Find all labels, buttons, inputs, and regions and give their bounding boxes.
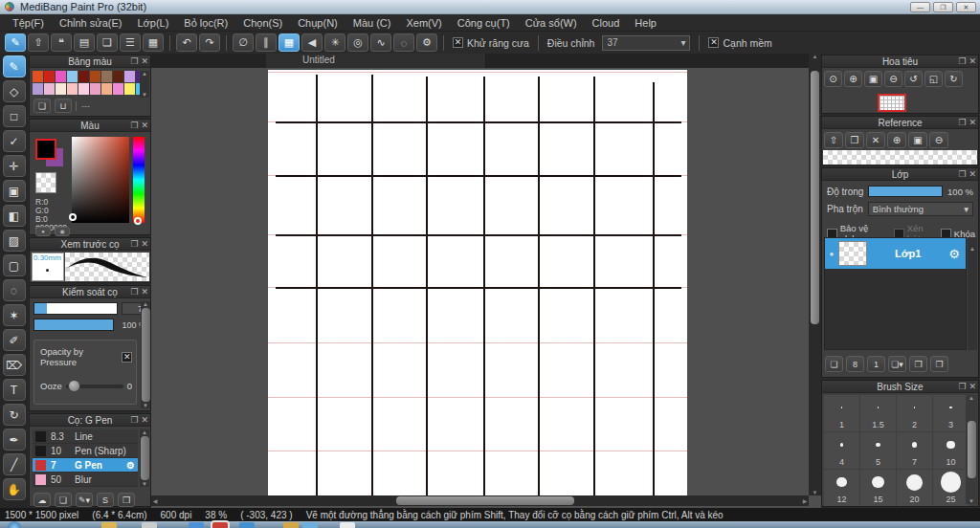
radial-snap-button[interactable]: ✳ — [324, 33, 345, 52]
color-swatch[interactable] — [90, 71, 100, 82]
navigator-thumbnail[interactable] — [878, 94, 906, 112]
layer-visibility-icon[interactable]: ● — [825, 250, 838, 258]
brush-size-cell[interactable]: 10 — [933, 432, 969, 469]
color-swatch[interactable] — [33, 71, 43, 82]
color-swatch[interactable] — [56, 71, 66, 82]
tool-figure[interactable]: □ — [3, 105, 26, 127]
taskbar-icon-7[interactable] — [302, 522, 318, 528]
menu-view[interactable]: Xem(V) — [399, 15, 448, 31]
material-panel-button[interactable]: ☰ — [120, 33, 141, 52]
menu-filter[interactable]: Bỏ lọc(R) — [177, 15, 234, 31]
menu-file[interactable]: Tệp(F) — [6, 15, 51, 31]
ref-zoom-in-button[interactable]: ⊕ — [887, 132, 906, 148]
menu-layer[interactable]: Lớp(L) — [130, 15, 175, 31]
tool-select-rect[interactable]: ▢ — [3, 254, 26, 276]
chat-button[interactable]: ▤ — [74, 33, 95, 52]
antialias-checkbox[interactable]: ✕ Khử răng cưa — [453, 37, 529, 49]
close-icon[interactable]: ✕ — [141, 55, 148, 68]
popout-icon[interactable]: ❐ — [130, 120, 138, 132]
color-panel-header[interactable]: Màu ❐✕ — [30, 120, 150, 132]
ref-clear-button[interactable]: ✕ — [866, 132, 885, 148]
taskbar-icon-2[interactable] — [142, 522, 157, 528]
color-swatch[interactable] — [101, 83, 112, 95]
foreground-color-swatch[interactable] — [35, 139, 56, 160]
layer-scrollbar[interactable]: ▲ — [968, 237, 977, 350]
color-swatch[interactable] — [113, 71, 123, 82]
tool-hand[interactable]: ✋ — [3, 478, 26, 500]
grid-panel-button[interactable]: ▦ — [143, 33, 164, 52]
close-icon[interactable]: ✕ — [969, 381, 976, 393]
color-swatch[interactable] — [56, 83, 66, 95]
color-swatch[interactable] — [44, 83, 55, 95]
grid-snap-button[interactable]: ▦ — [278, 33, 300, 52]
layer-folder-button[interactable]: ❒ — [909, 356, 927, 372]
minimize-button[interactable]: — — [910, 2, 930, 12]
curve-snap-button[interactable]: ∿ — [370, 33, 391, 52]
taskbar-icon-1[interactable] — [101, 522, 117, 528]
restore-button[interactable]: ❐ — [933, 2, 953, 12]
brush-size-scrollbar[interactable]: ▲▼ — [966, 395, 977, 504]
color-swatch[interactable] — [124, 71, 135, 82]
canvas-vertical-scrollbar[interactable]: ▲▼ — [809, 54, 821, 495]
tool-rotate[interactable]: ↻ — [3, 404, 26, 426]
color-swatch[interactable] — [44, 71, 55, 82]
close-button[interactable]: ✕ — [956, 2, 976, 12]
palette-scrollbar[interactable]: ▲▼ — [140, 71, 149, 98]
popout-icon[interactable]: ❐ — [130, 238, 138, 251]
zoom-reset-button[interactable]: ⊙ — [824, 71, 842, 87]
tool-gradient[interactable]: ▨ — [3, 230, 26, 252]
color-mode-button-1[interactable]: ● — [35, 227, 51, 236]
tool-brush[interactable]: ✎ — [3, 55, 26, 77]
new-brush-button[interactable]: ❏ — [55, 493, 72, 507]
pressure-checkbox[interactable]: ✕ — [122, 352, 132, 363]
brush-size-cell[interactable]: 1.5 — [860, 395, 896, 431]
brush-size-cell[interactable]: 2 — [897, 395, 932, 431]
close-icon[interactable]: ✕ — [969, 168, 976, 181]
taskbar-icon-4[interactable] — [212, 522, 228, 528]
color-swatch[interactable] — [78, 71, 89, 82]
brush-size-cell[interactable]: 7 — [897, 432, 932, 469]
brush-folder-button[interactable]: ❒ — [118, 493, 135, 507]
tool-eyedropper[interactable]: ╱ — [3, 453, 26, 475]
tool-pen[interactable]: ✒ — [3, 429, 26, 451]
brush-control-header[interactable]: Kiểm soát cọ ❐✕ — [30, 286, 150, 298]
tool-eraser[interactable]: ◇ — [3, 80, 26, 102]
tool-select-lasso[interactable]: ◌ — [3, 279, 26, 301]
popout-icon[interactable]: ❐ — [130, 55, 138, 68]
document-tab[interactable]: Untitled — [266, 54, 486, 68]
color-swatch[interactable] — [90, 83, 100, 95]
tool-select-eraser[interactable]: ⌦ — [3, 354, 26, 376]
brush-size-cell[interactable]: 4 — [824, 432, 859, 469]
adjust-dropdown[interactable]: 37▾ — [602, 35, 690, 51]
taskbar-icon-5[interactable] — [239, 522, 255, 528]
brush-size-header[interactable]: Brush Size ❐✕ — [822, 381, 978, 393]
ref-import-button[interactable]: ⇧ — [824, 132, 843, 148]
navigator-header[interactable]: Hoa tiêu ❐✕ — [822, 55, 978, 68]
menu-edit[interactable]: Chỉnh sửa(E) — [53, 15, 128, 31]
delete-swatch-button[interactable]: ⊔ — [55, 99, 72, 113]
popout-icon[interactable]: ❐ — [130, 414, 138, 427]
vscroll-thumb[interactable] — [811, 71, 819, 324]
popout-icon[interactable]: ❐ — [958, 381, 966, 393]
popout-icon[interactable]: ❐ — [958, 168, 966, 181]
brush-opacity-slider[interactable] — [33, 319, 114, 331]
brush-list-scrollbar[interactable]: ▲▼ — [140, 429, 149, 487]
brush-list-item[interactable]: 8.3 Line — [33, 429, 138, 444]
brush-list-item[interactable]: 10 Pen (Sharp) — [33, 444, 138, 458]
document-button[interactable]: ❏ — [97, 33, 118, 52]
tool-select-pen[interactable]: ✐ — [3, 329, 26, 351]
brush-control-scrollbar[interactable]: ▲▼ — [141, 301, 150, 408]
start-orb[interactable] — [8, 521, 21, 528]
comment-button[interactable]: ❝ — [51, 33, 72, 52]
reference-header[interactable]: Reference ❐✕ — [822, 117, 978, 129]
brush-size-cell[interactable]: 3 — [933, 395, 969, 431]
ref-fit-button[interactable]: ▣ — [908, 132, 927, 148]
close-icon[interactable]: ✕ — [141, 120, 148, 132]
brush-list-item[interactable]: 50 Blur — [33, 473, 138, 487]
duplicate-layer-button[interactable]: ❐ — [930, 356, 948, 372]
cloud-brush-button[interactable]: ☁ — [33, 493, 51, 507]
gear-icon[interactable]: ⚙ — [948, 247, 960, 261]
layer-opacity-slider[interactable] — [868, 186, 943, 197]
zoom-in-button[interactable]: ⊕ — [844, 71, 862, 87]
color-swatch[interactable] — [33, 83, 43, 95]
